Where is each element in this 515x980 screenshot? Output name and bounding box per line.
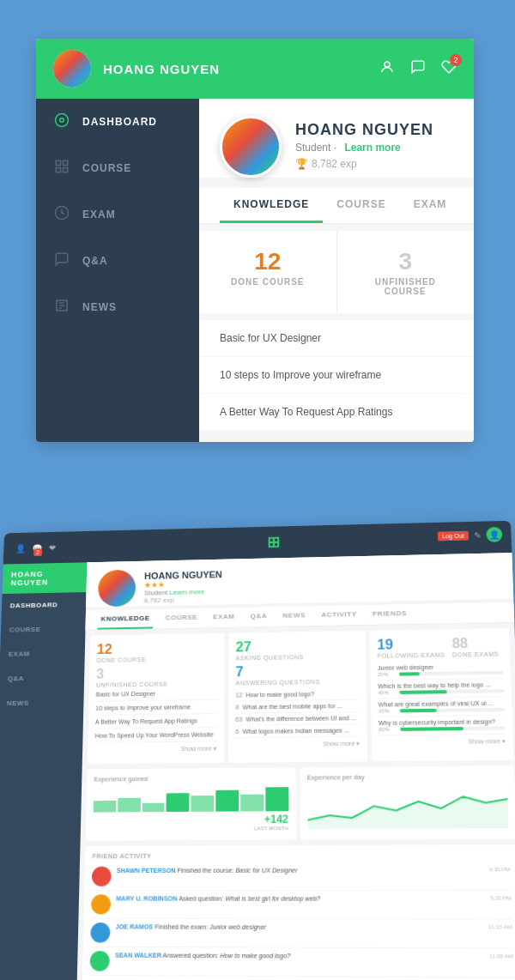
bc-sidebar-news[interactable]: NEWS: [0, 690, 84, 716]
bc-profile-name: HOANG NGUYEN: [144, 569, 222, 581]
message-icon[interactable]: [410, 59, 426, 79]
bc-unfinished-number: 3: [96, 665, 217, 682]
svg-point-1: [56, 114, 69, 127]
bc-course-0[interactable]: Basic for UX Designer: [96, 687, 218, 702]
bc-qa-3: 6 What logos makes Indian messages ...: [235, 724, 360, 738]
bc-qa-widget: 27 ASKING QUESTIONS 7 ANSWERING QUESTION…: [228, 631, 367, 763]
bc-sidebar-exam[interactable]: EXAM: [0, 641, 85, 667]
profile-subtitle: Student · Learn more: [295, 142, 453, 154]
bc-asking-number: 27: [236, 638, 359, 655]
bc-logo: ⊞: [267, 533, 282, 552]
tab-knowledge[interactable]: KNOWLEDGE: [220, 188, 323, 223]
course-item-2[interactable]: A Better Way To Request App Ratings: [199, 394, 474, 431]
bc-show-more-courses[interactable]: Show more ▾: [94, 741, 217, 757]
bc-line-chart: [307, 783, 509, 829]
bc-sidebar-course[interactable]: COURSE: [1, 616, 86, 642]
heart-icon[interactable]: 2: [441, 59, 457, 79]
bc-tab-knowledge[interactable]: KNOWLEDGE: [97, 609, 153, 630]
bc-learn-more[interactable]: Learn more: [169, 588, 204, 596]
bc-answering-number: 7: [235, 662, 359, 680]
top-card: HOANG NGUYEN 2: [36, 39, 474, 442]
bc-logout-button[interactable]: Log Out: [438, 530, 469, 541]
header-avatar: [53, 50, 91, 88]
bc-friend-1: MARY U. ROBINSON Asked question: What is…: [91, 891, 512, 920]
top-card-header: HOANG NGUYEN 2: [36, 39, 474, 99]
bc-friend-avatar-1: [91, 894, 111, 914]
tab-exam[interactable]: EXAM: [400, 188, 461, 223]
sidebar-item-qa[interactable]: Q&A: [36, 238, 199, 284]
bc-tab-course[interactable]: COURSE: [162, 608, 202, 628]
bc-done-exams-number: 88: [451, 635, 499, 651]
bc-tab-friends[interactable]: FRIENDS: [369, 604, 410, 625]
bc-course-3[interactable]: How To Speed Up Your WordPress Website: [94, 728, 216, 743]
bc-tab-news[interactable]: NEWS: [279, 606, 309, 626]
bc-friend-3: SEAN WALKER Answered question: How to ma…: [89, 947, 513, 978]
course-list: Basic for UX Designer 10 steps to Improv…: [199, 320, 474, 431]
bc-friend-title: FRIEND ACTIVITY: [92, 852, 509, 860]
dot-separator: ·: [334, 142, 340, 154]
stat-done: 12 DONE COURSE: [199, 231, 336, 313]
bc-friend-0: SHAWN PETERSON Finished the course: Basi…: [92, 862, 512, 892]
bc-exam-2: What are great examples of viral UX ul .…: [378, 697, 505, 717]
bc-edit-icon[interactable]: ✎: [474, 530, 482, 540]
bc-exams-widget: 19 FOLLOWING EXAMS 88 DONE EXAMS Junior …: [370, 628, 514, 761]
bc-friend-avatar-0: [92, 867, 112, 886]
user-icon[interactable]: [379, 59, 395, 79]
bc-profile: HOANG NGUYEN ★★★ Student Learn more 8,78…: [86, 553, 513, 607]
bc-exp-title: Experience gained: [94, 775, 288, 783]
bc-friend-text-3: SEAN WALKER Answered question: How to ma…: [115, 951, 291, 960]
bc-sidebar-qa[interactable]: Q&A: [0, 665, 85, 691]
sidebar-label-course: COURSE: [82, 162, 131, 174]
sidebar-label-news: NEWS: [82, 301, 117, 313]
unfinished-number: 3: [358, 248, 454, 275]
bc-done-exams-label: DONE EXAMS: [452, 650, 499, 657]
sidebar-label-dashboard: DASHBOARD: [82, 116, 157, 128]
bc-asking-label: ASKING QUESTIONS: [236, 653, 359, 661]
bc-sidebar-dashboard[interactable]: DASHBOARD: [2, 592, 87, 618]
svg-rect-5: [56, 168, 60, 172]
bc-friend-text-0: SHAWN PETERSON Finished the course: Basi…: [117, 866, 298, 875]
bc-course-widget: 12 DONE COURSE 3 UNFINISHED COURSE Basic…: [88, 633, 225, 764]
bc-main: HOANG NGUYEN ★★★ Student Learn more 8,78…: [76, 553, 515, 980]
sidebar-item-course[interactable]: COURSE: [36, 145, 199, 191]
bc-show-more-qa[interactable]: Show more ▾: [235, 737, 360, 753]
profile-avatar: [220, 116, 282, 178]
svg-rect-4: [64, 160, 68, 165]
svg-rect-3: [56, 160, 60, 165]
bc-line-widget: Experience per day: [300, 765, 515, 840]
dashboard-icon: [53, 112, 70, 131]
bc-friend-widget: FRIEND ACTIVITY SHAWN PETERSON Finished …: [82, 844, 515, 980]
sidebar-item-news[interactable]: NEWS: [36, 284, 199, 330]
bc-answering-label: ANSWERING QUESTIONS: [235, 678, 359, 686]
bc-avatar-small[interactable]: 👤: [486, 527, 502, 542]
profile-tabs: KNOWLEDGE COURSE EXAM: [199, 188, 474, 224]
bc-bottom-row: Experience gained +142: [80, 765, 515, 846]
learn-more-link[interactable]: Learn more: [344, 142, 400, 154]
sidebar-item-exam[interactable]: EXAM: [36, 191, 199, 238]
bc-exp-bars: [94, 784, 288, 812]
course-item-1[interactable]: 10 steps to Improve your wireframe: [199, 357, 474, 394]
bc-profile-info: HOANG NGUYEN ★★★ Student Learn more 8,78…: [144, 569, 222, 604]
bc-friend-text-1: MARY U. ROBINSON Asked question: What is…: [116, 894, 320, 903]
sidebar-item-dashboard[interactable]: DASHBOARD: [36, 99, 199, 145]
svg-point-2: [60, 118, 64, 123]
bc-following-number: 19: [377, 636, 445, 652]
bc-exam-1: Which is the best way to help the logo .…: [378, 679, 504, 699]
bc-heart-icon: ❤ 2: [49, 543, 56, 553]
tab-course[interactable]: COURSE: [323, 188, 399, 223]
course-item-0[interactable]: Basic for UX Designer: [199, 320, 474, 357]
bc-profile-avatar: [98, 570, 136, 608]
bc-sidebar: HOANG NGUYEN DASHBOARD COURSE EXAM Q&A N…: [0, 562, 87, 980]
bc-done-label: DONE COURSE: [97, 656, 218, 663]
bc-tab-activity[interactable]: ACTIVITY: [318, 605, 360, 626]
header-icons: 2: [379, 59, 457, 79]
bc-done-number: 12: [97, 640, 218, 657]
bc-show-more-exams[interactable]: Show more ▾: [379, 735, 506, 750]
bc-tab-qa[interactable]: Q&A: [247, 607, 271, 626]
done-label: DONE COURSE: [220, 277, 316, 287]
bc-course-2[interactable]: A Better Way To Request App Ratings: [95, 714, 217, 729]
done-number: 12: [220, 248, 316, 275]
bc-badge: 2: [33, 548, 42, 556]
bc-tab-exam[interactable]: EXAM: [209, 608, 239, 627]
bc-course-1[interactable]: 10 steps to Improve your wireframe: [95, 700, 217, 716]
